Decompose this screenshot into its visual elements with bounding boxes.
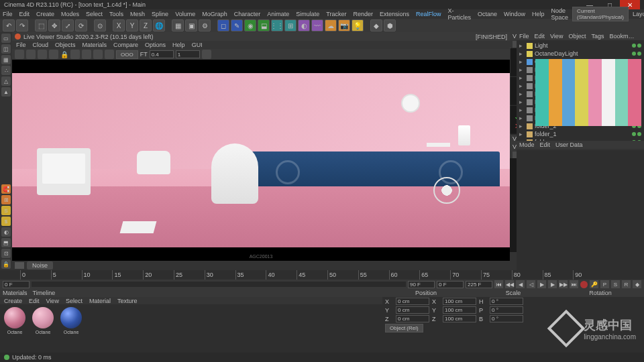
obj-menu-object[interactable]: Object — [568, 33, 586, 40]
attribute-panel[interactable] — [517, 150, 644, 278]
obj-menu-view[interactable]: View — [550, 33, 563, 40]
lv-menu-compare[interactable]: Compare — [113, 42, 138, 48]
mat-menu-view[interactable]: View — [46, 298, 59, 304]
goto-start-button[interactable]: ⏮ — [494, 280, 503, 288]
skype-icon[interactable]: S — [1, 206, 11, 215]
menu-volume[interactable]: Volume — [175, 11, 195, 17]
attr-menu-userdata[interactable]: User Data — [555, 141, 583, 148]
select-tool[interactable]: ⬚ — [35, 19, 47, 32]
render-settings-button[interactable]: ⚙ — [199, 19, 211, 32]
frame-start-input[interactable] — [3, 281, 30, 288]
lv-save-button[interactable] — [202, 50, 211, 59]
object-row[interactable]: ▸folder_1 — [518, 130, 643, 138]
menu-simulate[interactable]: Simulate — [296, 11, 319, 17]
menu-select[interactable]: Select — [86, 11, 103, 17]
menu-mesh[interactable]: Mesh — [130, 11, 145, 17]
material-grid[interactable]: Octane Octane Octane — [0, 304, 382, 353]
axis-x-toggle[interactable]: X — [113, 19, 125, 32]
menu-tracker[interactable]: Tracker — [326, 11, 346, 17]
lv-menu-options[interactable]: Options — [145, 42, 166, 48]
menu-character[interactable]: Character — [234, 11, 261, 17]
scale-input[interactable] — [443, 306, 476, 314]
menu-realflow[interactable]: RealFlow — [416, 11, 441, 17]
undo-button[interactable]: ↶ — [3, 19, 15, 32]
menu-xparticles[interactable]: X-Particles — [448, 7, 472, 21]
lv-menu-help[interactable]: Help — [172, 42, 185, 48]
lv-menu-cloud[interactable]: Cloud — [33, 42, 49, 48]
pos-input[interactable] — [396, 306, 429, 314]
workplane-icon[interactable]: ⊞ — [1, 195, 11, 204]
move-tool[interactable]: ✥ — [48, 19, 60, 32]
menu-modes[interactable]: Modes — [61, 11, 79, 17]
menu-create[interactable]: Create — [36, 11, 54, 17]
pos-input[interactable] — [396, 315, 429, 322]
prev-frame-button[interactable]: ◀ — [516, 280, 525, 288]
extrude-generator[interactable]: ⬓ — [258, 19, 270, 32]
snap-icon[interactable]: 🧲 — [1, 184, 11, 194]
menu-render[interactable]: Render — [353, 11, 373, 17]
field-icon[interactable]: ◐ — [298, 19, 310, 32]
redo-button[interactable]: ↷ — [16, 19, 28, 32]
object-row[interactable]: ▸Light — [518, 42, 643, 50]
misc-icon-1[interactable]: ◐ — [1, 227, 11, 237]
noise-thumb[interactable] — [15, 262, 24, 269]
deformer-icon[interactable]: 〰 — [311, 19, 323, 32]
object-mode-icon[interactable]: ◫ — [1, 44, 11, 54]
key-param-button[interactable]: ◆ — [633, 280, 641, 288]
timeline-scrollbar[interactable] — [32, 282, 406, 287]
mat-menu-edit[interactable]: Edit — [29, 298, 40, 304]
rot-input[interactable] — [490, 306, 523, 314]
next-key-button[interactable]: ▶▶ — [559, 280, 568, 288]
autokey-button[interactable]: 🔑 — [590, 280, 598, 288]
material-item[interactable]: Octane — [59, 307, 83, 350]
attr-menu-mode[interactable]: Mode — [519, 141, 535, 148]
obj-menu-file[interactable]: File — [519, 33, 529, 40]
dollar-icon[interactable]: $ — [1, 217, 11, 226]
mat-menu-create[interactable]: Create — [4, 298, 22, 304]
lv-ooo-dropdown[interactable]: OOO — [116, 50, 138, 59]
menu-tools[interactable]: Tools — [109, 11, 123, 17]
record-button[interactable] — [580, 281, 588, 288]
material-item[interactable]: Octane — [31, 307, 55, 350]
menu-file[interactable]: File — [3, 11, 13, 17]
frame-end-input[interactable] — [408, 281, 435, 288]
attr-menu-edit[interactable]: Edit — [540, 141, 551, 148]
prev-key-button[interactable]: ◀◀ — [505, 280, 514, 288]
material-item[interactable]: Octane — [3, 307, 27, 350]
key-rot-button[interactable]: R — [622, 280, 631, 288]
lv-menu-objects[interactable]: Objects — [55, 42, 76, 48]
lv-clay-button[interactable] — [70, 50, 80, 59]
menu-animate[interactable]: Animate — [267, 11, 289, 17]
lv-menu-gui[interactable]: GUI — [192, 42, 203, 48]
render-view-button[interactable]: ▦ — [172, 19, 184, 32]
obj-menu-edit[interactable]: Edit — [535, 33, 545, 40]
tab-timeline[interactable]: Timeline — [33, 290, 56, 296]
key-scale-button[interactable]: S — [611, 280, 620, 288]
cube-primitive[interactable]: ◻ — [217, 19, 229, 32]
frame-current-input[interactable] — [437, 281, 464, 288]
next-frame-button[interactable]: ▶ — [548, 280, 557, 288]
menu-help[interactable]: Help — [532, 11, 545, 17]
lv-reset-button[interactable] — [49, 50, 58, 59]
key-pos-button[interactable]: P — [600, 280, 609, 288]
nodespace-dropdown[interactable]: Current (Standard/Physical) — [572, 7, 629, 21]
edge-mode-icon[interactable]: △ — [1, 76, 11, 86]
scale-tool[interactable]: ⤢ — [62, 19, 74, 32]
render-pv-button[interactable]: ▣ — [185, 19, 197, 32]
object-row[interactable]: ▸folder — [518, 138, 643, 141]
mat-menu-texture[interactable]: Texture — [117, 298, 138, 304]
pos-input[interactable] — [396, 298, 429, 305]
rotate-tool[interactable]: ⟳ — [75, 19, 87, 32]
lv-stop-button[interactable] — [38, 50, 47, 59]
camera-icon[interactable]: 📷 — [338, 19, 350, 32]
menu-octane[interactable]: Octane — [478, 11, 497, 17]
object-list[interactable]: ▸Light▸OctaneDayLight▸CAM▸L▸L▸L▸L▸L▸L▸L▸… — [517, 40, 644, 141]
axis-y-toggle[interactable]: Y — [126, 19, 138, 32]
lv-play-button[interactable] — [15, 50, 24, 59]
misc-icon-3[interactable]: ⊡ — [1, 249, 11, 258]
scale-input[interactable] — [443, 298, 476, 305]
lv-region-button[interactable] — [82, 50, 91, 59]
scale-input[interactable] — [443, 315, 476, 322]
coord-header-position[interactable]: Position — [382, 289, 470, 297]
mat-menu-material[interactable]: Material — [89, 298, 111, 304]
